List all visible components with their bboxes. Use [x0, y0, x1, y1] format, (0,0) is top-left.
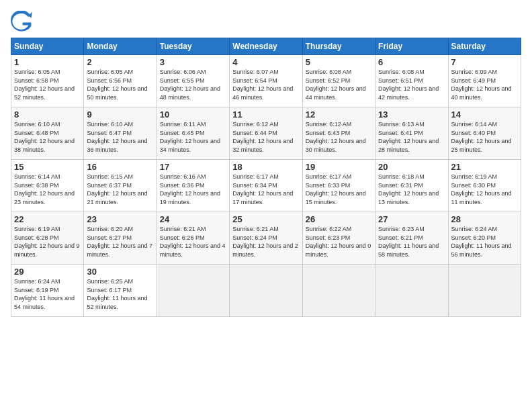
day-info: Sunrise: 6:20 AMSunset: 6:27 PMDaylight:… [87, 226, 152, 258]
day-number: 26 [306, 214, 372, 224]
calendar-cell: 19 Sunrise: 6:17 AMSunset: 6:33 PMDaylig… [302, 160, 375, 212]
logo-icon [11, 11, 32, 32]
calendar-cell: 29 Sunrise: 6:24 AMSunset: 6:19 PMDaylig… [11, 265, 84, 317]
day-info: Sunrise: 6:16 AMSunset: 6:36 PMDaylight:… [160, 173, 220, 205]
calendar-header-thursday: Thursday [302, 38, 375, 55]
calendar-week-5: 29 Sunrise: 6:24 AMSunset: 6:19 PMDaylig… [11, 265, 521, 317]
calendar-body: 1 Sunrise: 6:05 AMSunset: 6:58 PMDayligh… [11, 55, 521, 317]
day-info: Sunrise: 6:12 AMSunset: 6:43 PMDaylight:… [306, 121, 366, 153]
calendar-cell: 22 Sunrise: 6:19 AMSunset: 6:28 PMDaylig… [11, 212, 84, 265]
calendar-cell: 5 Sunrise: 6:08 AMSunset: 6:52 PMDayligh… [302, 55, 375, 107]
logo [11, 11, 35, 32]
day-number: 1 [14, 57, 81, 67]
day-number: 17 [160, 162, 226, 172]
day-number: 25 [232, 214, 299, 224]
calendar-week-3: 15 Sunrise: 6:14 AMSunset: 6:38 PMDaylig… [11, 160, 521, 212]
day-number: 16 [87, 162, 153, 172]
calendar-cell: 21 Sunrise: 6:19 AMSunset: 6:30 PMDaylig… [448, 160, 521, 212]
day-number: 24 [160, 214, 226, 224]
day-info: Sunrise: 6:09 AMSunset: 6:49 PMDaylight:… [451, 68, 512, 101]
calendar-cell: 24 Sunrise: 6:21 AMSunset: 6:26 PMDaylig… [157, 212, 229, 265]
day-number: 12 [306, 109, 372, 120]
calendar-cell [375, 265, 448, 317]
calendar-cell: 30 Sunrise: 6:25 AMSunset: 6:17 PMDaylig… [84, 265, 157, 317]
calendar-header-monday: Monday [84, 38, 157, 55]
day-number: 15 [14, 162, 81, 172]
day-number: 30 [87, 267, 153, 277]
calendar-cell: 15 Sunrise: 6:14 AMSunset: 6:38 PMDaylig… [11, 160, 84, 212]
calendar-cell: 12 Sunrise: 6:12 AMSunset: 6:43 PMDaylig… [302, 107, 375, 160]
calendar-cell: 4 Sunrise: 6:07 AMSunset: 6:54 PMDayligh… [230, 55, 302, 107]
day-number: 8 [14, 109, 81, 120]
calendar-cell: 13 Sunrise: 6:13 AMSunset: 6:41 PMDaylig… [375, 107, 448, 160]
day-info: Sunrise: 6:24 AMSunset: 6:19 PMDaylight:… [14, 278, 75, 310]
calendar-cell: 28 Sunrise: 6:24 AMSunset: 6:20 PMDaylig… [448, 212, 521, 265]
day-info: Sunrise: 6:21 AMSunset: 6:24 PMDaylight:… [232, 226, 298, 258]
calendar-cell: 3 Sunrise: 6:06 AMSunset: 6:55 PMDayligh… [157, 55, 229, 107]
day-info: Sunrise: 6:14 AMSunset: 6:40 PMDaylight:… [451, 121, 512, 153]
header [11, 11, 521, 32]
day-info: Sunrise: 6:17 AMSunset: 6:34 PMDaylight:… [232, 173, 293, 205]
day-number: 11 [232, 109, 299, 120]
day-info: Sunrise: 6:14 AMSunset: 6:38 PMDaylight:… [14, 173, 75, 205]
day-info: Sunrise: 6:13 AMSunset: 6:41 PMDaylight:… [378, 121, 439, 153]
calendar-header-saturday: Saturday [448, 38, 521, 55]
day-info: Sunrise: 6:08 AMSunset: 6:51 PMDaylight:… [378, 68, 439, 101]
day-info: Sunrise: 6:18 AMSunset: 6:31 PMDaylight:… [378, 173, 439, 205]
calendar-header-sunday: Sunday [11, 38, 84, 55]
day-number: 10 [160, 109, 226, 120]
day-info: Sunrise: 6:25 AMSunset: 6:17 PMDaylight:… [87, 278, 147, 310]
day-info: Sunrise: 6:10 AMSunset: 6:47 PMDaylight:… [87, 121, 147, 153]
day-number: 13 [378, 109, 445, 120]
day-number: 19 [306, 162, 372, 172]
day-info: Sunrise: 6:07 AMSunset: 6:54 PMDaylight:… [232, 68, 293, 101]
calendar-cell: 16 Sunrise: 6:15 AMSunset: 6:37 PMDaylig… [84, 160, 157, 212]
day-number: 29 [14, 267, 81, 277]
day-info: Sunrise: 6:05 AMSunset: 6:58 PMDaylight:… [14, 68, 75, 101]
day-info: Sunrise: 6:22 AMSunset: 6:23 PMDaylight:… [306, 226, 371, 258]
calendar-cell [230, 265, 302, 317]
day-number: 9 [87, 109, 153, 120]
day-info: Sunrise: 6:05 AMSunset: 6:56 PMDaylight:… [87, 68, 147, 101]
day-number: 18 [232, 162, 299, 172]
day-info: Sunrise: 6:17 AMSunset: 6:33 PMDaylight:… [306, 173, 366, 205]
day-number: 28 [451, 214, 518, 224]
calendar-cell: 6 Sunrise: 6:08 AMSunset: 6:51 PMDayligh… [375, 55, 448, 107]
calendar-cell: 2 Sunrise: 6:05 AMSunset: 6:56 PMDayligh… [84, 55, 157, 107]
day-info: Sunrise: 6:15 AMSunset: 6:37 PMDaylight:… [87, 173, 147, 205]
calendar-cell: 8 Sunrise: 6:10 AMSunset: 6:48 PMDayligh… [11, 107, 84, 160]
calendar-header-tuesday: Tuesday [157, 38, 229, 55]
day-number: 3 [160, 57, 226, 67]
calendar-cell: 17 Sunrise: 6:16 AMSunset: 6:36 PMDaylig… [157, 160, 229, 212]
day-number: 4 [232, 57, 299, 67]
calendar-cell: 9 Sunrise: 6:10 AMSunset: 6:47 PMDayligh… [84, 107, 157, 160]
calendar-week-2: 8 Sunrise: 6:10 AMSunset: 6:48 PMDayligh… [11, 107, 521, 160]
calendar-cell: 1 Sunrise: 6:05 AMSunset: 6:58 PMDayligh… [11, 55, 84, 107]
day-number: 2 [87, 57, 153, 67]
day-info: Sunrise: 6:19 AMSunset: 6:28 PMDaylight:… [14, 226, 80, 258]
calendar-cell: 18 Sunrise: 6:17 AMSunset: 6:34 PMDaylig… [230, 160, 302, 212]
day-number: 7 [451, 57, 518, 67]
calendar-cell: 20 Sunrise: 6:18 AMSunset: 6:31 PMDaylig… [375, 160, 448, 212]
calendar-cell [302, 265, 375, 317]
calendar-cell: 11 Sunrise: 6:12 AMSunset: 6:44 PMDaylig… [230, 107, 302, 160]
day-info: Sunrise: 6:12 AMSunset: 6:44 PMDaylight:… [232, 121, 293, 153]
day-number: 14 [451, 109, 518, 120]
day-info: Sunrise: 6:08 AMSunset: 6:52 PMDaylight:… [306, 68, 366, 101]
day-info: Sunrise: 6:24 AMSunset: 6:20 PMDaylight:… [451, 226, 512, 258]
day-info: Sunrise: 6:11 AMSunset: 6:45 PMDaylight:… [160, 121, 220, 153]
day-number: 6 [378, 57, 445, 67]
calendar-header-row: SundayMondayTuesdayWednesdayThursdayFrid… [11, 38, 521, 55]
calendar-cell: 10 Sunrise: 6:11 AMSunset: 6:45 PMDaylig… [157, 107, 229, 160]
day-info: Sunrise: 6:21 AMSunset: 6:26 PMDaylight:… [160, 226, 226, 258]
calendar-cell: 23 Sunrise: 6:20 AMSunset: 6:27 PMDaylig… [84, 212, 157, 265]
calendar-cell: 14 Sunrise: 6:14 AMSunset: 6:40 PMDaylig… [448, 107, 521, 160]
calendar-table: SundayMondayTuesdayWednesdayThursdayFrid… [11, 38, 521, 317]
calendar-cell: 7 Sunrise: 6:09 AMSunset: 6:49 PMDayligh… [448, 55, 521, 107]
page-container: SundayMondayTuesdayWednesdayThursdayFrid… [0, 0, 532, 322]
day-number: 21 [451, 162, 518, 172]
day-info: Sunrise: 6:10 AMSunset: 6:48 PMDaylight:… [14, 121, 75, 153]
day-info: Sunrise: 6:23 AMSunset: 6:21 PMDaylight:… [378, 226, 439, 258]
calendar-header-wednesday: Wednesday [230, 38, 302, 55]
calendar-week-1: 1 Sunrise: 6:05 AMSunset: 6:58 PMDayligh… [11, 55, 521, 107]
